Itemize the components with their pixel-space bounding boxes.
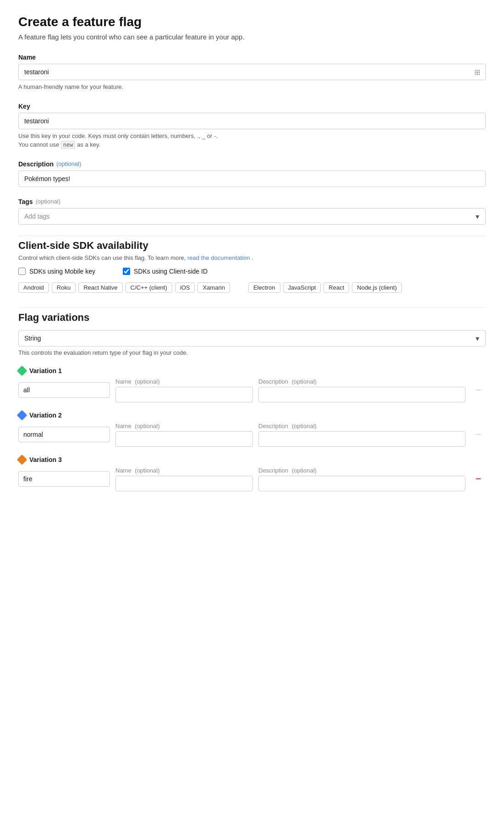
variation-desc-col-label: Description xyxy=(258,378,288,385)
page-subtitle: A feature flag lets you control who can … xyxy=(18,33,486,41)
client-side-id-checkbox[interactable] xyxy=(123,268,130,275)
sdk-checkboxes: SDKs using Mobile key SDKs using Client-… xyxy=(18,268,486,275)
sdk-tag-android: Android xyxy=(18,282,49,293)
variation-2-label: Variation 2 xyxy=(29,412,62,419)
name-label: Name xyxy=(18,54,486,61)
variation-1-name[interactable] xyxy=(115,387,253,402)
variation-3-name-col-label: Name xyxy=(115,467,131,474)
variation-2-name[interactable] xyxy=(115,431,253,447)
variation-type-hint: This controls the evaluation return type… xyxy=(18,349,486,356)
mobile-key-checkbox-label[interactable]: SDKs using Mobile key xyxy=(18,268,95,275)
variation-1-description[interactable] xyxy=(258,387,466,402)
variation-3-name-col-optional: (optional) xyxy=(135,467,159,474)
variation-2-desc-col-label: Description xyxy=(258,423,288,429)
variation-row-3: Variation 3 Name (optional) Description … xyxy=(18,456,486,491)
variation-type-select-wrapper: String Boolean Number JSON xyxy=(18,330,486,346)
variation-desc-col-optional: (optional) xyxy=(292,378,317,385)
variation-1-label: Variation 1 xyxy=(29,367,62,374)
description-label: Description (optional) xyxy=(18,160,486,168)
description-field-group: Description (optional) xyxy=(18,160,486,187)
variation-2-name-col-label: Name xyxy=(115,423,131,429)
sdk-section-title: Client-side SDK availability xyxy=(18,240,486,252)
variation-3-header: Variation 3 xyxy=(18,456,486,463)
variation-3-desc-col-label: Description xyxy=(258,467,288,474)
variation-1-header: Variation 1 xyxy=(18,367,486,374)
variation-3-value[interactable] xyxy=(18,471,110,487)
divider-1 xyxy=(18,236,486,236)
variations-section: Flag variations String Boolean Number JS… xyxy=(18,312,486,491)
mobile-sdk-tags: Android Roku React Native C/C++ (client)… xyxy=(18,282,230,293)
variation-1-desc-col: Description (optional) xyxy=(258,378,466,402)
sdk-docs-link[interactable]: read the documentation xyxy=(187,254,250,261)
variation-2-name-col: Name (optional) xyxy=(115,423,253,447)
variation-2-name-col-optional: (optional) xyxy=(135,423,159,429)
sdk-tag-electron: Electron xyxy=(248,282,280,293)
sdk-section: Client-side SDK availability Control whi… xyxy=(18,240,486,293)
variation-row-1: Variation 1 Name (optional) Description … xyxy=(18,367,486,402)
variation-3-desc-col-optional: (optional) xyxy=(292,467,317,474)
variation-3-diamond xyxy=(17,454,27,465)
variation-2-header: Variation 2 xyxy=(18,412,486,419)
key-input[interactable] xyxy=(18,113,486,129)
table-icon: ⊞ xyxy=(474,68,480,77)
variation-2-desc-col: Description (optional) xyxy=(258,423,466,447)
client-side-id-checkbox-label[interactable]: SDKs using Client-side ID xyxy=(123,268,208,275)
variation-1-diamond xyxy=(17,365,27,376)
sdk-tag-xamarin: Xamarin xyxy=(197,282,230,293)
tags-dropdown[interactable]: Add tags ▾ xyxy=(18,208,486,225)
variation-2-remove-button[interactable]: − xyxy=(471,429,486,440)
variation-3-description[interactable] xyxy=(258,476,466,491)
sdk-description: Control which client-side SDKs can use t… xyxy=(18,254,486,261)
mobile-key-checkbox[interactable] xyxy=(18,268,26,275)
tags-label: Tags (optional) xyxy=(18,198,486,205)
variation-3-label: Variation 3 xyxy=(29,456,62,463)
client-side-id-label: SDKs using Client-side ID xyxy=(134,268,208,275)
variation-2-value[interactable] xyxy=(18,427,110,442)
sdk-tag-javascript: JavaScript xyxy=(283,282,321,293)
page-title: Create a feature flag xyxy=(18,15,486,29)
sdk-tag-cpp: C/C++ (client) xyxy=(126,282,172,293)
client-sdk-tags: Electron JavaScript React Node.js (clien… xyxy=(248,282,402,293)
key-field-group: Key Use this key in your code. Keys must… xyxy=(18,103,486,149)
name-field-group: Name ⊞ A human-friendly name for your fe… xyxy=(18,54,486,92)
variation-1-value[interactable] xyxy=(18,382,110,398)
mobile-key-label: SDKs using Mobile key xyxy=(29,268,95,275)
key-hint: Use this key in your code. Keys must onl… xyxy=(18,132,486,149)
divider-2 xyxy=(18,308,486,308)
variation-3-name-col: Name (optional) xyxy=(115,467,253,491)
description-input[interactable] xyxy=(18,170,486,187)
variation-3-desc-col: Description (optional) xyxy=(258,467,466,491)
variations-title: Flag variations xyxy=(18,312,486,324)
variation-row-2: Variation 2 Name (optional) Description … xyxy=(18,412,486,447)
variation-3-inputs: Name (optional) Description (optional) − xyxy=(18,467,486,491)
name-input[interactable] xyxy=(18,64,486,80)
sdk-tag-react: React xyxy=(323,282,349,293)
variation-2-desc-col-optional: (optional) xyxy=(292,423,317,429)
variation-1-inputs: Name (optional) Description (optional) − xyxy=(18,378,486,402)
variation-3-name[interactable] xyxy=(115,476,253,491)
variation-2-description[interactable] xyxy=(258,431,466,447)
sdk-tag-nodejs: Node.js (client) xyxy=(352,282,402,293)
variation-1-name-col: Name (optional) xyxy=(115,378,253,402)
variation-name-col-optional: (optional) xyxy=(135,378,159,385)
variation-type-group: String Boolean Number JSON This controls… xyxy=(18,330,486,356)
variation-1-remove-button[interactable]: − xyxy=(471,385,486,395)
name-hint: A human-friendly name for your feature. xyxy=(18,82,486,92)
sdk-tags-row: Android Roku React Native C/C++ (client)… xyxy=(18,280,486,293)
variation-2-diamond xyxy=(17,410,27,420)
variation-2-inputs: Name (optional) Description (optional) − xyxy=(18,423,486,447)
variation-type-select[interactable]: String Boolean Number JSON xyxy=(18,330,486,346)
tags-field-group: Tags (optional) Add tags ▾ xyxy=(18,198,486,225)
variation-3-remove-button[interactable]: − xyxy=(471,474,486,484)
sdk-tag-react-native: React Native xyxy=(78,282,122,293)
name-input-wrapper: ⊞ xyxy=(18,64,486,80)
variation-name-col-label: Name xyxy=(115,378,131,385)
key-label: Key xyxy=(18,103,486,110)
tags-input-display[interactable]: Add tags xyxy=(18,208,486,225)
sdk-tag-ios: iOS xyxy=(175,282,195,293)
sdk-tag-roku: Roku xyxy=(52,282,76,293)
